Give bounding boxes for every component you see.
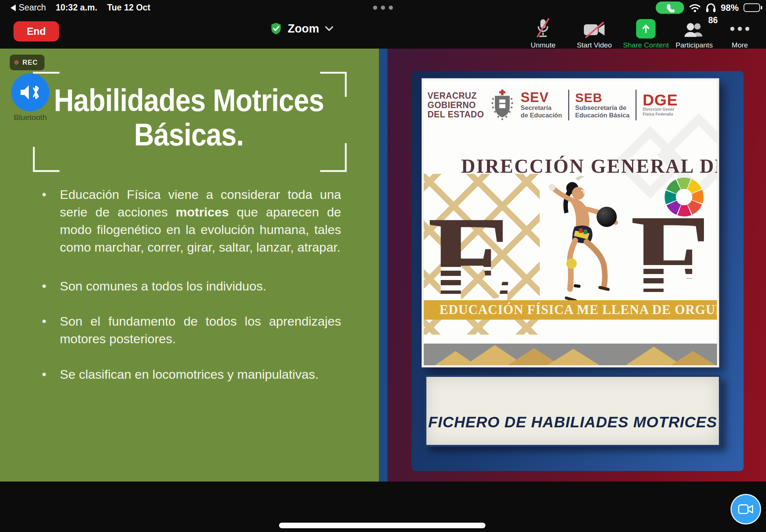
list-item: Son comunes a todos los individuos. xyxy=(42,277,341,295)
date: Tue 12 Oct xyxy=(107,3,150,13)
zoom-toolbar: End Zoom Unmute xyxy=(0,16,766,49)
mic-muted-icon xyxy=(535,18,551,39)
rec-dot-icon xyxy=(14,60,19,65)
bluetooth-speaker-icon xyxy=(19,82,41,102)
recording-badge: REC xyxy=(10,55,45,70)
active-call-pill[interactable] xyxy=(656,1,684,14)
bottom-bar xyxy=(0,482,766,532)
bullet-dot xyxy=(42,277,60,295)
wifi-icon xyxy=(689,3,701,12)
bullet-dot xyxy=(42,186,60,256)
sev-block: SEV Secretaríade Educación xyxy=(521,91,562,119)
slide-title-line1: Habilidades Motrices xyxy=(52,83,326,117)
meeting-title-label: Zoom xyxy=(288,22,319,36)
participants-button[interactable]: 86 Participants xyxy=(673,19,715,50)
poster-image: VERACRUZ GOBIERNO DEL ESTADO xyxy=(422,79,719,367)
header-divider xyxy=(635,90,637,120)
bullet-text: Se clasifican en locomotrices y manipula… xyxy=(60,366,341,383)
home-indicator[interactable] xyxy=(279,523,485,528)
share-content-label: Share Content xyxy=(623,41,669,49)
list-item: Se clasifican en locomotrices y manipula… xyxy=(42,366,341,383)
back-label: Search xyxy=(19,3,46,13)
bullet-text: Son comunes a todos los individuos. xyxy=(60,277,341,295)
battery-icon xyxy=(744,3,762,12)
veracruz-wordmark: VERACRUZ GOBIERNO DEL ESTADO xyxy=(428,91,484,119)
status-left: Search 10:32 a.m. Tue 12 Oct xyxy=(10,3,150,13)
share-content-button[interactable]: Share Content xyxy=(621,19,671,50)
shield-check-icon xyxy=(270,22,282,36)
video-off-icon xyxy=(583,21,606,39)
bullet-dot xyxy=(42,366,60,383)
start-video-label: Start Video xyxy=(577,41,612,49)
slide-title-line2: Básicas. xyxy=(52,117,326,152)
back-to-search[interactable]: Search xyxy=(10,3,46,13)
bullet-list: Educación Física viene a considerar toda… xyxy=(42,186,341,383)
slide-right-panel: VERACRUZ GOBIERNO DEL ESTADO xyxy=(379,49,766,482)
participants-label: Participants xyxy=(675,41,713,49)
list-item: Son el fundamento de todos los aprendiza… xyxy=(42,313,341,348)
more-button[interactable]: More xyxy=(727,19,752,50)
slide-title: Habilidades Motrices Básicas. xyxy=(33,83,345,152)
poster-banner: EDUCACIÓN FÍSICA ME LLENA DE ORGULLO xyxy=(424,300,717,320)
color-wheel-icon xyxy=(664,177,704,217)
ipad-zoom-screen: Search 10:32 a.m. Tue 12 Oct xyxy=(0,0,766,532)
phone-icon xyxy=(665,3,674,12)
ballplayer-figure xyxy=(519,174,635,303)
start-video-button[interactable]: Start Video xyxy=(574,19,614,50)
zigzag-band xyxy=(424,344,717,365)
battery-percent: 98% xyxy=(721,3,739,13)
participants-icon xyxy=(683,21,705,39)
more-dots-icon xyxy=(730,26,750,31)
shared-screen: REC Bluetooth Habilidades Motrices Básic… xyxy=(0,49,766,482)
rubber-ball xyxy=(597,207,617,227)
poster-caption: FICHERO DE HABILIADES MOTRICES xyxy=(428,413,717,431)
slide-divider-strip xyxy=(379,49,387,482)
dge-block: DGE Dirección GenerFísica Federaliz xyxy=(643,93,678,117)
unmute-button[interactable]: Unmute xyxy=(528,19,558,50)
poster-caption-card: FICHERO DE HABILIADES MOTRICES xyxy=(425,375,721,447)
status-bar: Search 10:32 a.m. Tue 12 Oct xyxy=(0,0,766,16)
multitask-dots-icon[interactable] xyxy=(373,6,393,10)
bullet-dot xyxy=(42,313,60,348)
slide-left-panel: REC Bluetooth Habilidades Motrices Básic… xyxy=(0,49,379,482)
more-label: More xyxy=(732,41,748,49)
headphones-icon xyxy=(706,3,716,12)
meeting-title-dropdown[interactable]: Zoom xyxy=(268,22,336,36)
camera-fab-button[interactable] xyxy=(730,494,761,525)
end-meeting-button[interactable]: End xyxy=(13,21,59,41)
header-divider xyxy=(568,90,569,120)
bullet-text: Educación Física viene a considerar toda… xyxy=(60,186,341,256)
bullet-text: Son el fundamento de todos los aprendiza… xyxy=(60,313,341,348)
share-content-icon xyxy=(636,19,656,39)
back-triangle-icon xyxy=(10,4,16,11)
poster-header: VERACRUZ GOBIERNO DEL ESTADO xyxy=(428,86,716,124)
camera-fab-icon xyxy=(738,503,754,515)
unmute-label: Unmute xyxy=(531,41,556,49)
bluetooth-audio-button[interactable] xyxy=(11,73,49,111)
rec-label: REC xyxy=(22,59,38,67)
veracruz-shield-icon xyxy=(490,89,515,122)
clock: 10:32 a.m. xyxy=(56,3,97,13)
participants-count-badge: 86 xyxy=(708,15,718,25)
list-item: Educación Física viene a considerar toda… xyxy=(42,186,341,256)
seb-block: SEB Subsecretaría deEducación Básica xyxy=(575,91,630,119)
status-right: 98% xyxy=(656,1,762,14)
chevron-down-icon xyxy=(325,26,334,32)
